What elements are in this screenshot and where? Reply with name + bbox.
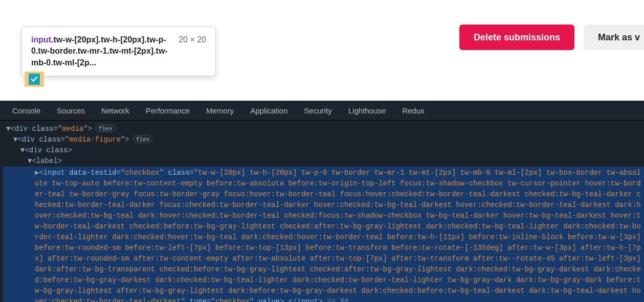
devtools-tab[interactable]: Redux: [394, 101, 432, 120]
devtools-tab[interactable]: Network: [93, 101, 138, 120]
dom-row[interactable]: ▼<div class="media">flex: [3, 124, 644, 134]
tooltip-selector: input.tw-w-[20px].tw-h-[20px].tw-p-0.tw-…: [31, 34, 171, 68]
devtools-tabbar: ConsoleSourcesNetworkPerformanceMemoryAp…: [0, 101, 644, 121]
element-inspect-tooltip: input.tw-w-[20px].tw-h-[20px].tw-p-0.tw-…: [21, 27, 216, 76]
devtools-tab[interactable]: Application: [242, 101, 296, 120]
dom-row[interactable]: ▼<div class="media-figure">flex: [3, 134, 644, 145]
tooltip-dimensions: 20 × 20: [179, 35, 206, 44]
devtools-tab[interactable]: Lighthouse: [340, 101, 394, 120]
devtools-tab[interactable]: Security: [296, 101, 340, 120]
devtools-tab[interactable]: Memory: [198, 101, 242, 120]
dom-tree[interactable]: ▼<div class="media">flex▼<div class="med…: [0, 121, 644, 302]
action-bar: Delete submissions Mark as v: [459, 25, 644, 50]
devtools-tab[interactable]: Sources: [49, 101, 93, 120]
devtools-tab[interactable]: Console: [4, 101, 49, 120]
checkmark-icon: [31, 76, 38, 83]
tooltip-tag: input: [31, 35, 51, 44]
dom-row[interactable]: ▼<div class>: [3, 145, 644, 156]
mark-as-button[interactable]: Mark as v: [584, 25, 644, 50]
dom-row[interactable]: ▼<label>: [3, 156, 644, 167]
devtools-panel: ConsoleSourcesNetworkPerformanceMemoryAp…: [0, 101, 644, 302]
page-content-area: Delete submissions Mark as v input.tw-w-…: [0, 0, 644, 101]
dom-row-selected[interactable]: ▶<input data-testid="checkbox" class="tw…: [3, 167, 644, 302]
tooltip-classes: .tw-w-[20px].tw-h-[20px].tw-p-0.tw-borde…: [31, 35, 168, 67]
delete-submissions-button[interactable]: Delete submissions: [459, 25, 574, 50]
checkbox-input[interactable]: [29, 74, 40, 85]
inspected-element-highlight: [25, 72, 44, 87]
devtools-tab[interactable]: Performance: [138, 101, 198, 120]
